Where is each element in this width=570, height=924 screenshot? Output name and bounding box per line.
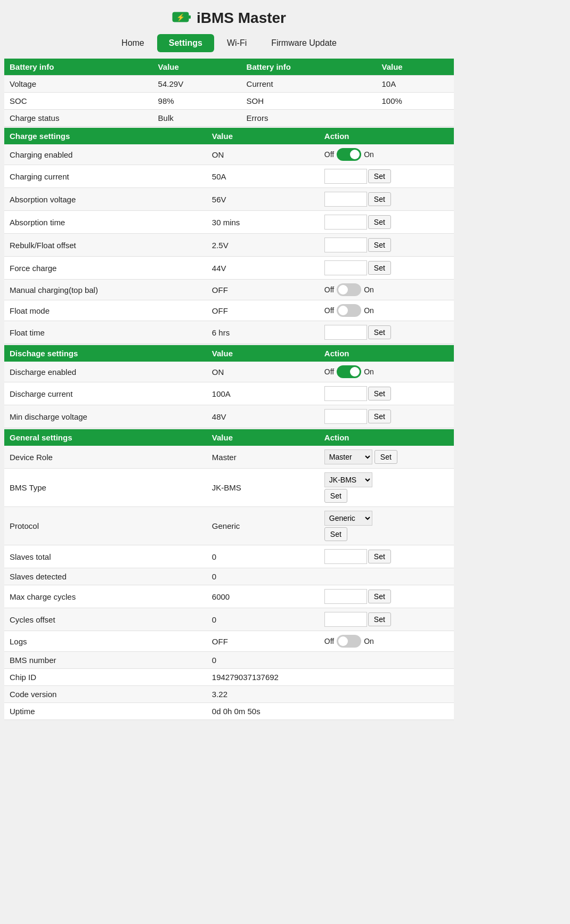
max-charge-cycles-value: 6000	[207, 585, 319, 608]
slaves-total-set-btn[interactable]: Set	[368, 550, 391, 563]
nav-wifi[interactable]: Wi-Fi	[215, 34, 258, 52]
manual-charging-on-label: On	[364, 285, 374, 294]
float-mode-action: Off On	[319, 300, 454, 321]
bms-type-row: BMS Type JK-BMS JK-BMS Set	[4, 469, 454, 507]
absorption-voltage-input-set: Set	[324, 192, 449, 207]
discharge-current-value: 100A	[207, 382, 319, 405]
min-discharge-voltage-value: 48V	[207, 405, 319, 428]
discharge-enabled-toggle[interactable]	[337, 365, 361, 378]
absorption-voltage-action: Set	[319, 188, 454, 211]
absorption-voltage-value: 56V	[207, 188, 319, 211]
charge-settings-label: Charge settings	[4, 128, 207, 144]
absorption-voltage-label: Absorption voltage	[4, 188, 207, 211]
nav-settings[interactable]: Settings	[157, 34, 214, 52]
charge-settings-action-header: Action	[319, 128, 454, 144]
battery-info-header-row: Battery info Value Battery info Value	[4, 59, 454, 76]
charging-enabled-toggle[interactable]	[337, 148, 361, 161]
float-mode-toggle[interactable]	[337, 304, 361, 317]
max-charge-cycles-set-btn[interactable]: Set	[368, 590, 391, 603]
absorption-time-set-btn[interactable]: Set	[368, 215, 391, 229]
battery-info-table: Battery info Value Battery info Value Vo…	[4, 59, 454, 127]
rebulk-float-offset-set-btn[interactable]: Set	[368, 238, 391, 252]
absorption-time-value: 30 mins	[207, 211, 319, 234]
absorption-time-input[interactable]	[324, 215, 367, 230]
discharge-current-action: Set	[319, 382, 454, 405]
cycles-offset-input[interactable]	[324, 612, 367, 627]
float-mode-value: OFF	[207, 300, 319, 321]
protocol-row: Protocol Generic Generic Set	[4, 507, 454, 545]
cycles-offset-set-btn[interactable]: Set	[368, 612, 391, 626]
absorption-voltage-input[interactable]	[324, 192, 367, 207]
discharge-current-set-btn[interactable]: Set	[368, 387, 391, 400]
bms-type-select[interactable]: JK-BMS	[324, 472, 372, 487]
uptime-value: 0d 0h 0m 50s	[207, 703, 319, 720]
manual-charging-value: OFF	[207, 280, 319, 300]
min-discharge-voltage-input[interactable]	[324, 409, 367, 424]
bi-label-soc: SOC	[4, 93, 153, 110]
device-role-set-btn[interactable]: Set	[374, 450, 397, 464]
protocol-dropdown-set-wrap: Generic Set	[324, 511, 449, 541]
charge-settings-header: Charge settings Value Action	[4, 128, 454, 144]
charging-current-set-btn[interactable]: Set	[368, 169, 391, 183]
slaves-detected-label: Slaves detected	[4, 568, 207, 585]
float-time-set-btn[interactable]: Set	[368, 325, 391, 339]
protocol-set-btn[interactable]: Set	[324, 527, 347, 541]
manual-charging-off-label: Off	[324, 285, 334, 294]
logs-off-label: Off	[324, 637, 334, 645]
bms-number-action	[319, 652, 454, 669]
uptime-label: Uptime	[4, 703, 207, 720]
main-content: Battery info Value Battery info Value Vo…	[0, 59, 458, 731]
nav-firmware[interactable]: Firmware Update	[259, 34, 348, 52]
logs-toggle[interactable]	[337, 635, 361, 648]
logs-toggle-wrap: Off On	[324, 635, 449, 648]
protocol-action: Generic Set	[319, 507, 454, 545]
absorption-voltage-set-btn[interactable]: Set	[368, 192, 391, 206]
discharge-settings-label: Dischage settings	[4, 345, 207, 362]
cycles-offset-row: Cycles offset 0 Set	[4, 608, 454, 631]
code-version-action	[319, 686, 454, 703]
bi-label-current: Current	[241, 76, 377, 93]
bi-label-voltage: Voltage	[4, 76, 153, 93]
discharge-enabled-slider	[337, 365, 361, 378]
app-title: ⚡ iBMS Master	[0, 10, 458, 27]
max-charge-cycles-input[interactable]	[324, 589, 367, 604]
bms-number-value: 0	[207, 652, 319, 669]
manual-charging-action: Off On	[319, 280, 454, 300]
protocol-select[interactable]: Generic	[324, 511, 372, 526]
uptime-action	[319, 703, 454, 720]
rebulk-float-offset-input[interactable]	[324, 238, 367, 252]
float-time-value: 6 hrs	[207, 321, 319, 344]
bi-value-current: 10A	[377, 76, 454, 93]
force-charge-input[interactable]	[324, 260, 367, 275]
charging-current-input[interactable]	[324, 169, 367, 184]
navigation: Home Settings Wi-Fi Firmware Update	[0, 34, 458, 59]
logs-slider	[337, 635, 361, 648]
bi-value-soc: 98%	[153, 93, 241, 110]
discharge-current-input[interactable]	[324, 386, 367, 401]
bi-row-0: Voltage 54.29V Current 10A	[4, 76, 454, 93]
device-role-action: Master Set	[319, 446, 454, 469]
force-charge-value: 44V	[207, 257, 319, 280]
float-time-label: Float time	[4, 321, 207, 344]
bi-val1-header: Value	[153, 59, 241, 76]
bms-type-set-btn[interactable]: Set	[324, 489, 347, 503]
device-role-select[interactable]: Master	[324, 449, 372, 464]
bi-label-errors: Errors	[241, 110, 377, 127]
manual-charging-toggle[interactable]	[337, 283, 361, 296]
float-mode-off-label: Off	[324, 306, 334, 315]
float-time-input[interactable]	[324, 325, 367, 340]
force-charge-set-btn[interactable]: Set	[368, 261, 391, 275]
max-charge-cycles-action: Set	[319, 585, 454, 608]
general-settings-label: General settings	[4, 429, 207, 446]
chip-id-row: Chip ID 194279037137692	[4, 669, 454, 686]
cycles-offset-input-set: Set	[324, 612, 449, 627]
manual-charging-slider	[337, 283, 361, 296]
protocol-label: Protocol	[4, 507, 207, 545]
general-settings-action-header: Action	[319, 429, 454, 446]
slaves-total-input[interactable]	[324, 549, 367, 564]
discharge-current-row: Discharge current 100A Set	[4, 382, 454, 405]
nav-home[interactable]: Home	[110, 34, 156, 52]
bi-val2-header: Value	[377, 59, 454, 76]
min-discharge-voltage-set-btn[interactable]: Set	[368, 410, 391, 423]
charging-enabled-row: Charging enabled ON Off On	[4, 144, 454, 165]
